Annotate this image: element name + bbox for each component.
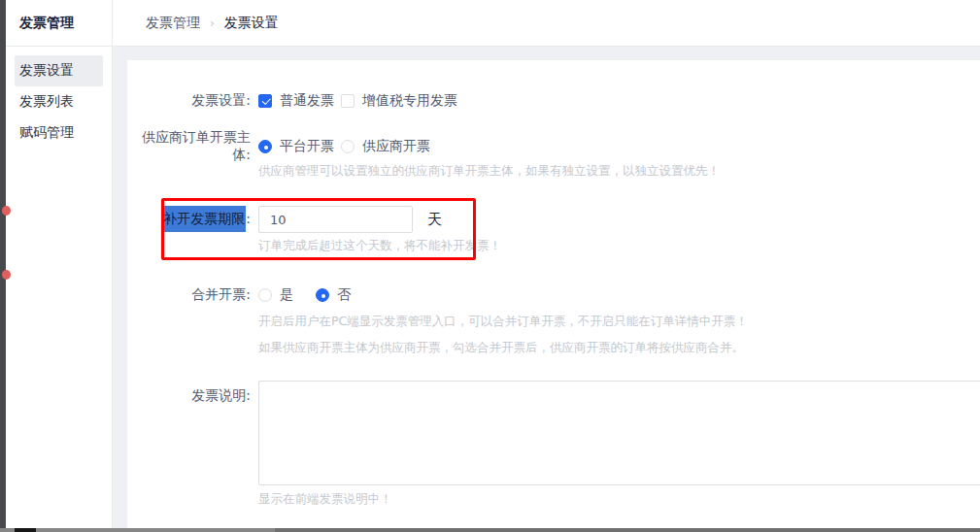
text-selection-highlight: 补开发票期限 [161,206,246,232]
breadcrumb-bar: 发票管理 › 发票设置 [113,0,980,47]
hint-merge-invoice-1: 开启后用户在PC端显示发票管理入口，可以合并订单开票，不开启只能在订单详情中开票… [258,314,748,330]
sidebar-menu: 发票设置 发票列表 赋码管理 [6,47,112,149]
field-label: 合并开票: [127,286,251,304]
radio-label: 供应商开票 [362,138,430,155]
breadcrumb-item[interactable]: 发票管理 [146,15,200,32]
radio-merge-yes[interactable]: 是 [258,286,293,304]
row-reissue-period: 补开发票期限: 天 [127,205,980,234]
reissue-period-input[interactable] [258,206,413,233]
main-area: 发票管理 › 发票设置 发票设置: 普通发票 增值税专用发票 [113,0,980,532]
radio-label: 是 [280,286,293,304]
hint-merge-invoice-2: 如果供应商开票主体为供应商开票，勾选合并开票后，供应商开票的订单将按供应商合并。 [258,340,744,356]
invoice-note-textarea[interactable] [258,381,980,485]
field-label: 补开发票期限: [127,211,251,228]
checkbox-checked-icon[interactable] [258,94,272,108]
sidebar-item-code-management[interactable]: 赋码管理 [15,117,103,149]
bottom-edge-shaded-segment [275,528,980,532]
hint-reissue-period: 订单完成后超过这个天数，将不能补开发票！ [258,238,501,254]
sidebar: 发票管理 发票设置 发票列表 赋码管理 [6,0,113,532]
radio-supplier-invoicing[interactable]: 供应商开票 [341,138,430,155]
radio-label: 平台开票 [280,138,334,155]
sidebar-item-label: 发票列表 [19,93,74,111]
radio-selected-icon[interactable] [258,140,272,153]
radio-unselected-icon[interactable] [258,288,272,302]
field-label: 发票设置: [127,92,251,110]
checkbox-unchecked-icon[interactable] [341,94,355,108]
checkbox-label: 普通发票 [280,92,334,110]
row-supplier-subject: 供应商订单开票主体: 平台开票 供应商开票 [127,135,980,158]
checkbox-vat-special-invoice[interactable]: 增值税专用发票 [341,92,457,110]
row-merge-invoice: 合并开票: 是 否 [127,283,980,307]
row-invoice-setting: 发票设置: 普通发票 增值税专用发票 [127,89,980,113]
app-window: 发票管理 发票设置 发票列表 赋码管理 发票管理 › 发票设置 发票设置: [0,0,980,532]
settings-card: 发票设置: 普通发票 增值税专用发票 供应商订单开票主体: [127,60,980,532]
sidebar-item-label: 发票设置 [19,62,74,80]
hint-supplier-subject: 供应商管理可以设置独立的供应商订单开票主体，如果有独立设置，以独立设置优先！ [258,163,720,180]
checkbox-label: 增值税专用发票 [362,92,457,110]
window-edge-strip [0,0,6,532]
field-label: 发票说明: [127,381,251,405]
radio-merge-no[interactable]: 否 [316,286,351,304]
hint-invoice-note: 显示在前端发票说明中！ [258,491,392,508]
red-marker-dot [2,270,11,280]
field-label: 供应商订单开票主体: [127,129,251,164]
radio-platform-invoicing[interactable]: 平台开票 [258,138,334,155]
row-invoice-note: 发票说明: [127,381,980,485]
checkbox-ordinary-invoice[interactable]: 普通发票 [258,92,334,110]
radio-selected-icon[interactable] [316,288,329,302]
sidebar-item-invoice-list[interactable]: 发票列表 [15,86,103,117]
window-bottom-edge [0,528,980,532]
unit-label: 天 [427,211,442,229]
chevron-right-icon: › [210,17,215,30]
sidebar-item-label: 赋码管理 [19,124,74,142]
radio-unselected-icon[interactable] [341,140,355,153]
label-colon: : [246,211,251,226]
sidebar-title: 发票管理 [6,0,112,47]
radio-label: 否 [337,286,351,304]
red-marker-dot [2,206,11,216]
sidebar-item-invoice-settings[interactable]: 发票设置 [15,55,103,86]
bottom-edge-dark-segment [15,528,36,532]
breadcrumb-item-current: 发票设置 [224,15,279,32]
